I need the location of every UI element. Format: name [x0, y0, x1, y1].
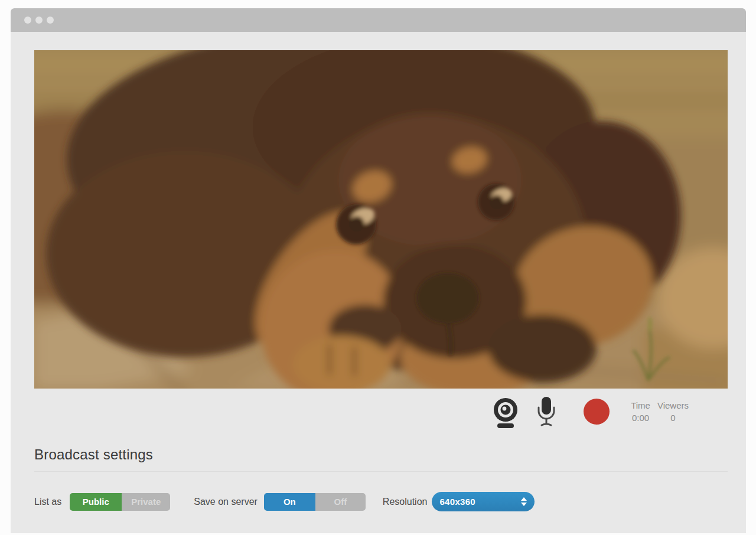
resolution-label: Resolution	[383, 497, 428, 507]
puppy-video-still	[34, 50, 728, 389]
viewers-stat: Viewers 0	[657, 399, 689, 424]
page-title: Broadcast settings	[34, 446, 728, 463]
list-as-label: List as	[34, 497, 61, 507]
save-on-server-label: Save on server	[194, 497, 258, 507]
resolution-value: 640x360	[439, 497, 475, 507]
up-down-arrows-icon	[521, 497, 527, 506]
time-label: Time	[631, 399, 650, 412]
divider	[34, 471, 728, 472]
time-stat: Time 0:00	[631, 399, 650, 424]
save-on-button[interactable]: On	[264, 493, 315, 511]
list-as-public-button[interactable]: Public	[70, 493, 122, 511]
window-content: Time 0:00 Viewers 0 Broadcast settings L…	[11, 50, 746, 511]
viewers-value: 0	[670, 412, 675, 424]
microphone-icon[interactable]	[536, 394, 556, 429]
save-off-button[interactable]: Off	[315, 493, 366, 511]
video-preview	[34, 50, 728, 389]
broadcast-control-bar: Time 0:00 Viewers 0	[34, 389, 728, 435]
record-button[interactable]	[584, 399, 610, 425]
window-control-dot[interactable]	[24, 17, 31, 24]
resolution-select[interactable]: 640x360	[432, 492, 535, 511]
broadcast-app-window: Time 0:00 Viewers 0 Broadcast settings L…	[11, 8, 746, 533]
time-value: 0:00	[632, 412, 649, 424]
window-titlebar	[11, 8, 746, 32]
list-as-private-button[interactable]: Private	[122, 493, 170, 511]
window-control-dot[interactable]	[47, 17, 54, 24]
save-on-server-toggle: On Off	[264, 493, 366, 511]
webcam-icon[interactable]	[491, 394, 520, 429]
viewers-label: Viewers	[657, 399, 689, 412]
broadcast-stats: Time 0:00 Viewers 0	[631, 399, 689, 424]
list-as-toggle: Public Private	[70, 493, 170, 511]
window-control-dot[interactable]	[35, 17, 43, 24]
settings-row: List as Public Private Save on server On…	[34, 492, 728, 511]
